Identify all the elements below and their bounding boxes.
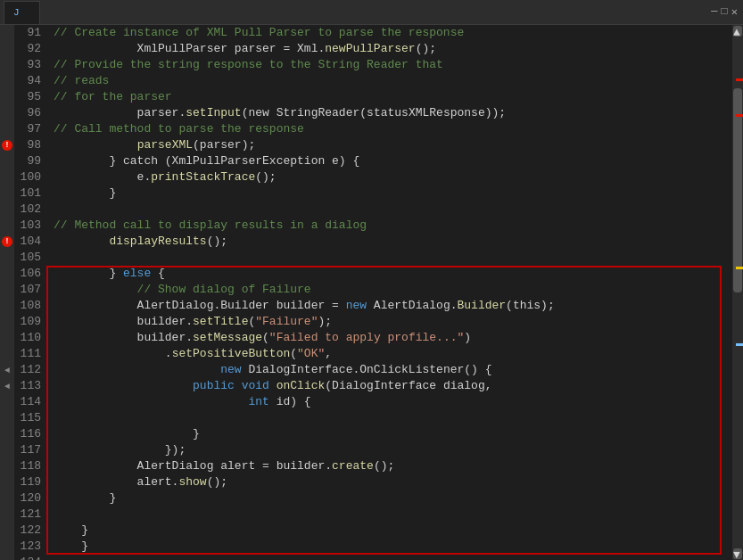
code-token: // for the parser — [54, 90, 172, 103]
code-token: builder. — [54, 331, 193, 344]
code-token: newPullParser — [325, 42, 415, 55]
code-line-118: AlertDialog alert = builder.create(); — [54, 458, 732, 474]
line-number-101: 101 — [14, 185, 41, 202]
code-token — [235, 379, 242, 392]
code-line-100: e.printStackTrace(); — [54, 169, 732, 185]
line-number-92: 92 — [14, 41, 41, 57]
code-token: (parser); — [193, 138, 255, 152]
code-line-102 — [54, 202, 732, 218]
code-token: alert. — [54, 475, 178, 489]
scrollbar-up-arrow[interactable]: ▲ — [733, 26, 742, 37]
code-token: AlertDialog.Builder builder = — [54, 299, 346, 312]
code-line-114: int id) { — [54, 394, 732, 410]
line-number-121: 121 — [14, 506, 41, 523]
code-token: (); — [255, 170, 276, 184]
code-line-99: } catch (XmlPullParserException e) { — [54, 153, 732, 169]
code-token: { — [151, 267, 165, 280]
maximize-button[interactable]: □ — [722, 5, 728, 19]
code-line-112: new DialogInterface.OnClickListener() { — [54, 362, 732, 378]
fold-icon-112[interactable]: ◄ — [4, 366, 10, 375]
line-number-119: 119 — [14, 474, 41, 490]
line-number-97: 97 — [14, 121, 41, 137]
code-token: (new StringReader(statusXMLResponse)); — [242, 106, 506, 119]
code-line-121 — [54, 506, 732, 523]
code-token: AlertDialog alert = builder. — [54, 459, 332, 473]
code-token: parser. — [54, 106, 186, 119]
scrollbar-down-arrow[interactable]: ▼ — [733, 548, 742, 559]
editor-tab[interactable]: J — [4, 1, 40, 24]
code-line-113: public void onClick(DialogInterface dial… — [54, 378, 732, 394]
scrollbar-thumb[interactable] — [733, 88, 742, 292]
code-token: new — [220, 363, 241, 376]
code-line-119: alert.show(); — [54, 474, 732, 490]
code-token: (); — [207, 475, 227, 489]
line-number-122: 122 — [14, 523, 41, 539]
line-number-96: 96 — [14, 105, 41, 121]
code-token: "OK" — [297, 347, 325, 360]
code-token: parseXML — [137, 138, 193, 152]
code-line-92: XmlPullParser parser = Xml.newPullParser… — [54, 41, 732, 57]
code-token: AlertDialog. — [367, 299, 457, 312]
error-marker-1 — [736, 78, 743, 81]
code-token: setMessage — [193, 331, 262, 344]
code-token: ( — [290, 347, 297, 360]
code-line-122: } — [54, 523, 732, 539]
code-token: // Call method to parse the response — [54, 122, 304, 136]
vertical-scrollbar[interactable]: ▲ ▼ — [732, 25, 743, 560]
line-number-108: 108 — [14, 298, 41, 314]
code-token: id) { — [269, 395, 311, 408]
code-line-95: // for the parser — [54, 89, 732, 105]
code-token: "Failed to apply profile..." — [269, 331, 464, 344]
code-line-105 — [54, 250, 732, 266]
tab-bar: J ─ □ ✕ — [0, 0, 743, 25]
warning-marker-1 — [736, 267, 743, 269]
line-number-106: 106 — [14, 266, 41, 282]
code-line-123: } — [54, 539, 732, 555]
code-line-115 — [54, 410, 732, 426]
line-number-117: 117 — [14, 442, 41, 458]
code-token: "Failure" — [255, 315, 318, 328]
code-line-111: .setPositiveButton("OK", — [54, 346, 732, 362]
code-token: onClick — [277, 379, 326, 392]
code-editor[interactable]: // Create instance of XML Pull Parser to… — [46, 25, 732, 560]
code-token: displayResults — [109, 235, 206, 248]
code-line-120: } — [54, 490, 732, 506]
code-token — [54, 235, 109, 248]
code-token: create — [332, 459, 374, 473]
code-token: } — [54, 491, 116, 505]
editor-window: J ─ □ ✕ ! — [0, 0, 743, 560]
code-line-108: AlertDialog.Builder builder = new AlertD… — [54, 298, 732, 314]
code-token: int — [248, 395, 268, 408]
code-line-91: // Create instance of XML Pull Parser to… — [54, 25, 732, 41]
code-token: // Method call to display results in a d… — [54, 218, 367, 232]
line-number-120: 120 — [14, 490, 41, 506]
code-token: ); — [318, 315, 332, 328]
code-line-109: builder.setTitle("Failure"); — [54, 314, 732, 330]
code-token: (DialogInterface dialog, — [325, 379, 491, 392]
line-error-icon-98: ! — [2, 140, 12, 151]
code-line-98: parseXML(parser); — [54, 137, 732, 153]
line-number-95: 95 — [14, 89, 41, 105]
line-number-107: 107 — [14, 282, 41, 298]
code-line-97: // Call method to parse the response — [54, 121, 732, 137]
code-token: Builder — [457, 299, 506, 312]
code-token: show — [178, 475, 206, 489]
code-token: (); — [374, 459, 394, 473]
line-number-102: 102 — [14, 202, 41, 218]
line-number-94: 94 — [14, 73, 41, 89]
error-marker-2 — [736, 114, 743, 117]
close-window-button[interactable]: ✕ — [731, 5, 738, 19]
line-number-115: 115 — [14, 410, 41, 426]
line-number-113: 113 — [14, 378, 41, 394]
code-token: (this); — [506, 299, 555, 312]
code-token: builder. — [54, 315, 193, 328]
code-token: ( — [262, 331, 269, 344]
line-number-98: 98 — [14, 137, 41, 153]
minimize-button[interactable]: ─ — [711, 5, 717, 19]
fold-icon-113[interactable]: ◄ — [4, 382, 10, 391]
code-token: } — [54, 267, 123, 280]
code-token: setTitle — [193, 315, 248, 328]
code-line-110: builder.setMessage("Failed to apply prof… — [54, 330, 732, 346]
code-token: } — [54, 523, 88, 537]
code-token: } — [54, 186, 116, 200]
